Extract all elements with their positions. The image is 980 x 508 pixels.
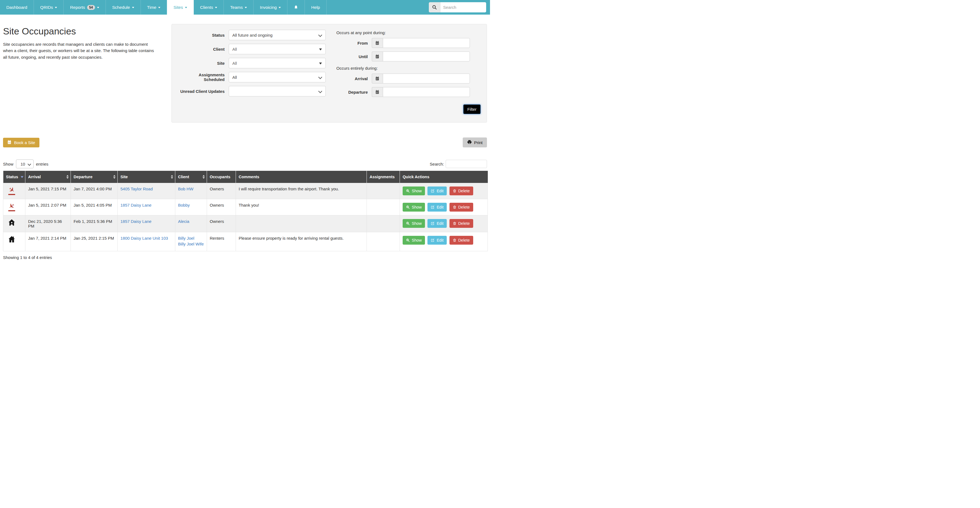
filter-right-column: Occurs at any point during: From	[329, 30, 481, 117]
status-cell	[3, 232, 25, 251]
site-link[interactable]: 1857 Daisy Lane	[121, 219, 151, 224]
quick-actions-cell: Show Edit Delete	[400, 232, 488, 251]
arrival-date-input[interactable]	[383, 73, 470, 84]
assignments-filter-select[interactable]: All	[229, 72, 326, 83]
filter-button[interactable]: Filter	[463, 105, 480, 114]
page-title: Site Occupancies	[3, 26, 164, 37]
arrival-cell: Jan 7, 2021 2:14 PM	[25, 232, 71, 251]
delete-button[interactable]: Delete	[450, 203, 473, 211]
assignments-cell	[367, 183, 400, 199]
chevron-down-icon	[245, 7, 247, 8]
edit-button[interactable]: Edit	[428, 186, 447, 195]
show-button[interactable]: Show	[402, 236, 425, 244]
client-link[interactable]: Bobby	[178, 203, 204, 208]
table-search-input[interactable]	[445, 160, 487, 168]
site-filter-select[interactable]: All	[229, 58, 326, 68]
search-icon[interactable]	[429, 2, 441, 13]
nav-item-dashboard[interactable]: Dashboard	[0, 0, 34, 14]
unread-updates-filter-select[interactable]	[229, 86, 326, 97]
show-button[interactable]: Show	[402, 219, 425, 228]
column-header-status[interactable]: Status	[3, 171, 25, 183]
client-cell: Alecia	[175, 216, 207, 232]
trash-icon	[453, 222, 457, 225]
table-search-label: Search:	[430, 162, 444, 167]
nav-item-qrids[interactable]: QRIDs	[34, 0, 64, 14]
client-cell: Bobby	[175, 199, 207, 216]
departure-cell: Jan 25, 2021 2:15 PM	[71, 232, 118, 251]
delete-button[interactable]: Delete	[450, 186, 473, 195]
magnifier-plus-icon	[406, 189, 410, 193]
status-filter-select[interactable]: All future and ongoing	[229, 30, 326, 40]
nav-item-notifications[interactable]	[288, 0, 305, 14]
site-cell: 5405 Taylor Road	[118, 183, 175, 199]
site-cell: 1857 Daisy Lane	[118, 216, 175, 232]
chevron-down-icon	[278, 7, 281, 8]
calendar-icon	[372, 51, 383, 62]
quick-actions-cell: Show Edit Delete	[400, 216, 488, 232]
column-header-arrival[interactable]: Arrival	[25, 171, 71, 183]
site-link[interactable]: 1857 Daisy Lane	[121, 203, 151, 208]
column-header-departure[interactable]: Departure	[71, 171, 118, 183]
client-link[interactable]: Bob HW	[178, 186, 204, 191]
from-date-input[interactable]	[383, 38, 470, 48]
client-filter-label: Client	[178, 47, 229, 51]
nav-item-reports[interactable]: Reports 54	[64, 0, 106, 14]
nav-item-help[interactable]: Help	[305, 0, 326, 14]
delete-button[interactable]: Delete	[450, 219, 473, 228]
site-link[interactable]: 1800 Daisy Lane Unit 103	[121, 236, 168, 240]
edit-pencil-icon	[431, 205, 434, 209]
client-link[interactable]: Alecia	[178, 219, 204, 224]
nav-item-invoicing[interactable]: Invoicing	[253, 0, 288, 14]
departure-date-input[interactable]	[383, 87, 470, 97]
arrival-date-label: Arrival	[337, 76, 372, 81]
nav-item-time[interactable]: Time	[141, 0, 167, 14]
nav-item-teams[interactable]: Teams	[224, 0, 253, 14]
sort-icon	[171, 175, 173, 179]
site-link[interactable]: 5405 Taylor Road	[121, 186, 153, 191]
actions-row: Book a Site Print	[3, 138, 487, 148]
arrival-date-group	[372, 73, 470, 84]
print-button[interactable]: Print	[463, 138, 487, 148]
column-header-site[interactable]: Site	[118, 171, 175, 183]
nav-item-clients[interactable]: Clients	[194, 0, 224, 14]
delete-button[interactable]: Delete	[450, 236, 473, 244]
nav-item-sites[interactable]: Sites	[167, 0, 194, 14]
edit-pencil-icon	[431, 238, 434, 242]
edit-button[interactable]: Edit	[428, 203, 447, 211]
client-link[interactable]: Billy Joel	[178, 236, 204, 240]
magnifier-plus-icon	[406, 205, 410, 209]
nav-item-schedule[interactable]: Schedule	[106, 0, 141, 14]
departure-cell: Feb 1, 2021 5:36 PM	[71, 216, 118, 232]
comments-cell: Please ensure property is ready for arri…	[236, 232, 367, 251]
top-navbar: Dashboard QRIDs Reports 54 Schedule Time…	[0, 0, 490, 14]
magnifier-plus-icon	[406, 238, 410, 242]
chevron-down-icon	[132, 7, 134, 8]
trash-icon	[453, 189, 457, 193]
entirely-heading: Occurs entirely during:	[337, 66, 481, 70]
column-header-client[interactable]: Client	[175, 171, 207, 183]
nav-menu: Dashboard QRIDs Reports 54 Schedule Time…	[0, 0, 326, 14]
from-date-group	[372, 38, 470, 48]
show-button[interactable]: Show	[402, 186, 425, 195]
table-summary: Showing 1 to 4 of 4 entries	[3, 255, 487, 260]
show-button[interactable]: Show	[402, 203, 425, 211]
book-a-site-button[interactable]: Book a Site	[3, 138, 40, 148]
client-link[interactable]: Billy Joel Wife	[178, 241, 204, 246]
status-cell: ✈	[3, 183, 25, 199]
edit-button[interactable]: Edit	[428, 219, 447, 228]
edit-button[interactable]: Edit	[428, 236, 447, 244]
column-header-comments: Comments	[236, 171, 367, 183]
column-header-assignments: Assignments	[367, 171, 400, 183]
client-filter-select[interactable]: All	[229, 44, 326, 54]
assignments-cell	[367, 232, 400, 251]
quick-actions-cell: Show Edit Delete	[400, 199, 488, 216]
global-search-input[interactable]	[441, 2, 486, 13]
until-date-input[interactable]	[383, 51, 470, 62]
chevron-down-icon	[185, 7, 187, 8]
site-cell: 1800 Daisy Lane Unit 103	[118, 232, 175, 251]
client-cell: Billy JoelBilly Joel Wife	[175, 232, 207, 251]
page-length-select[interactable]: 10	[16, 159, 33, 168]
sort-icon	[67, 175, 68, 179]
departure-date-group	[372, 87, 470, 97]
page-intro: Site Occupancies Site occupancies are re…	[3, 14, 164, 122]
